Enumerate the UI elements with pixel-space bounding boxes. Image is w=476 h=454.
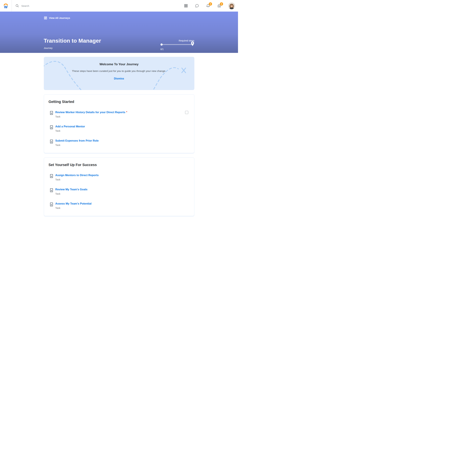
progress-pin-icon: [190, 41, 195, 47]
task-link[interactable]: Review My Team's Goals: [55, 188, 87, 191]
workday-logo[interactable]: W: [0, 0, 12, 12]
task-row: Add a Personal Mentor Task: [49, 125, 188, 132]
journeys-grid-icon: [44, 16, 47, 20]
section-title: Set Yourself Up For Success: [49, 163, 188, 167]
notifications-bell-icon[interactable]: 2: [206, 4, 210, 8]
apps-grid-icon[interactable]: [184, 4, 188, 8]
search-icon: [15, 4, 19, 8]
task-type-label: Task: [55, 115, 185, 118]
section-title: Getting Started: [49, 100, 188, 104]
topbar-actions: 2 2: [184, 2, 238, 9]
welcome-title: Welcome To Your Journey: [44, 57, 194, 66]
task-link[interactable]: Submit Expenses from Prior Role: [55, 139, 99, 142]
progress-start-dot: [161, 44, 163, 45]
task-document-icon: [50, 174, 53, 179]
task-row: Review Worker History Details for your D…: [49, 111, 188, 118]
task-document-icon: [50, 188, 53, 193]
user-avatar[interactable]: [228, 2, 235, 9]
search-input[interactable]: [21, 4, 71, 7]
task-document-icon: [50, 203, 53, 207]
x-marks-the-spot-icon: [182, 68, 186, 73]
section-set-yourself-up: Set Yourself Up For Success Assign Mento…: [44, 158, 194, 216]
svg-text:W: W: [4, 5, 8, 9]
task-type-label: Task: [55, 192, 188, 195]
task-type-label: Task: [55, 178, 188, 181]
task-row: Assess My Team's Potential Task: [49, 202, 188, 209]
task-link[interactable]: Review Worker History Details for your D…: [55, 111, 125, 114]
task-row: Assign Mentors to Direct Reports Task: [49, 174, 188, 181]
task-document-icon: [50, 125, 53, 130]
search-bar: [15, 4, 184, 8]
journey-header: View All Journeys Transition to Manager …: [0, 12, 238, 53]
welcome-banner: Welcome To Your Journey These steps have…: [44, 57, 194, 90]
notifications-badge: 2: [209, 2, 212, 6]
inbox-icon[interactable]: 2: [217, 4, 221, 8]
task-document-icon: [50, 140, 53, 144]
welcome-body: These steps have been curated just for y…: [72, 69, 166, 73]
task-document-icon: [50, 111, 53, 115]
task-type-label: Task: [55, 129, 188, 132]
task-row: Submit Expenses from Prior Role Task: [49, 139, 188, 146]
task-checkbox[interactable]: [185, 111, 188, 114]
task-row: Review My Team's Goals Task: [49, 188, 188, 195]
page-title: Transition to Manager: [44, 38, 101, 44]
workday-logo-icon: W: [3, 3, 9, 9]
required-steps-label: Required steps: [161, 39, 194, 42]
view-all-journeys-link[interactable]: View All Journeys: [44, 16, 70, 20]
progress-count: 0/1: [161, 48, 164, 51]
section-getting-started: Getting Started Review Worker History De…: [44, 94, 194, 153]
view-all-journeys-label: View All Journeys: [49, 16, 70, 19]
task-type-label: Task: [55, 206, 188, 209]
task-link[interactable]: Assign Mentors to Direct Reports: [55, 174, 99, 177]
chat-icon[interactable]: [195, 4, 199, 8]
task-link[interactable]: Add a Personal Mentor: [55, 125, 85, 128]
task-type-label: Task: [55, 144, 188, 146]
main-content: Welcome To Your Journey These steps have…: [44, 57, 194, 226]
page-subtitle: Journey: [44, 47, 53, 49]
required-asterisk: *: [126, 111, 127, 113]
inbox-badge: 2: [220, 2, 223, 6]
task-link[interactable]: Assess My Team's Potential: [55, 202, 92, 205]
required-steps-track: [161, 44, 192, 45]
dismiss-button[interactable]: Dismiss: [114, 77, 124, 80]
topbar: W 2: [0, 0, 238, 12]
